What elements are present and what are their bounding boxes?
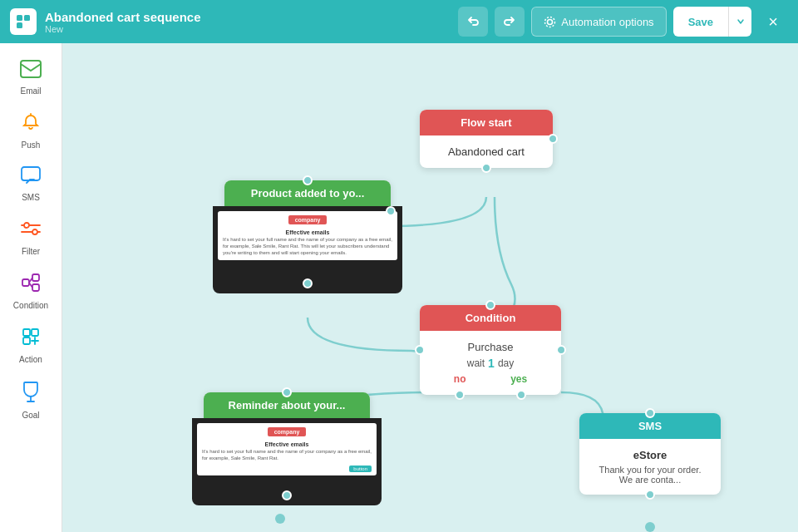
flow-start-node[interactable]: Flow start Abandoned cart xyxy=(420,110,553,168)
svg-point-28 xyxy=(645,522,655,532)
save-chevron-button[interactable] xyxy=(728,7,751,37)
condition-left-connector xyxy=(415,345,425,355)
sms-node[interactable]: SMS eStore Thank you for your order. We … xyxy=(579,413,721,495)
svg-rect-16 xyxy=(32,274,39,281)
svg-rect-2 xyxy=(17,22,22,28)
svg-rect-8 xyxy=(22,167,40,180)
sms-body: eStore Thank you for your order. We are … xyxy=(579,439,721,495)
save-button[interactable]: Save xyxy=(673,7,728,37)
sidebar-item-action[interactable]: Action xyxy=(4,320,57,371)
svg-rect-6 xyxy=(21,61,41,77)
sidebar-goal-label: Goal xyxy=(22,411,39,420)
redo-button[interactable] xyxy=(495,7,525,37)
close-button[interactable]: × xyxy=(758,7,788,37)
sms-top-connector xyxy=(645,408,655,418)
svg-rect-22 xyxy=(23,337,30,344)
svg-rect-0 xyxy=(17,15,22,21)
sidebar-push-label: Push xyxy=(22,140,41,150)
sidebar-item-push[interactable]: Push xyxy=(4,106,57,156)
sidebar-email-label: Email xyxy=(20,86,41,96)
sidebar-item-condition[interactable]: Condition xyxy=(4,266,57,317)
app-logo xyxy=(10,8,37,35)
flow-start-right-connector xyxy=(548,134,558,144)
reminder-bottom-connector xyxy=(282,490,292,500)
svg-rect-20 xyxy=(23,329,30,336)
flow-start-bottom-connector xyxy=(481,163,491,173)
sidebar-item-email[interactable]: Email xyxy=(4,53,57,102)
condition-yes-connector xyxy=(516,390,526,400)
email-reminder-brand: company xyxy=(268,427,307,436)
email-product-right-connector xyxy=(386,206,396,216)
sms-store: eStore xyxy=(591,449,709,461)
automation-options-button[interactable]: Automation options xyxy=(531,7,666,37)
canvas[interactable]: Flow start Abandoned cart Product added … xyxy=(62,43,798,532)
email-product-title: Effective emails xyxy=(223,229,392,235)
branch-yes: yes xyxy=(510,373,527,385)
flow-subtitle: New xyxy=(45,24,450,34)
sidebar-filter-label: Filter xyxy=(22,247,40,256)
sms-text: Thank you for your order. We are conta..… xyxy=(591,465,709,485)
email-product-node[interactable]: Product added to yo... company Effective… xyxy=(224,180,391,283)
svg-point-5 xyxy=(545,17,555,27)
condition-top-connector xyxy=(485,300,495,310)
condition-body: Purchase wait 1 day no yes xyxy=(420,331,561,395)
condition-icon xyxy=(21,273,41,298)
sidebar-sms-label: SMS xyxy=(22,193,40,202)
condition-purchase: Purchase xyxy=(431,341,549,353)
goal-icon xyxy=(22,381,40,407)
svg-rect-3 xyxy=(24,22,30,28)
condition-wait: wait 1 day xyxy=(431,357,549,370)
svg-rect-17 xyxy=(32,284,39,291)
email-reminder-title: Effective emails xyxy=(202,441,372,447)
wait-label: wait xyxy=(467,357,485,369)
sms-bottom-connector xyxy=(645,490,655,500)
svg-rect-21 xyxy=(32,329,38,336)
svg-rect-15 xyxy=(22,279,29,286)
save-group: Save xyxy=(673,7,751,37)
undo-button[interactable] xyxy=(458,7,488,37)
svg-point-10 xyxy=(32,229,37,234)
branch-no: no xyxy=(454,373,466,385)
header: Abandoned cart sequence New Automation o… xyxy=(0,0,798,43)
svg-point-4 xyxy=(548,19,553,24)
email-reminder-text: It's hard to set your full name and the … xyxy=(202,449,372,462)
condition-branches: no yes xyxy=(431,373,549,385)
email-product-inner: company Effective emails It's hard to se… xyxy=(218,211,397,260)
sidebar-item-filter[interactable]: Filter xyxy=(4,212,57,263)
email-reminder-node[interactable]: Reminder about your... company Effective… xyxy=(204,392,370,495)
email-reminder-inner: company Effective emails It's hard to se… xyxy=(197,423,377,475)
sidebar-condition-label: Condition xyxy=(13,301,48,310)
email-product-bottom-connector xyxy=(303,278,313,288)
sidebar-item-goal[interactable]: Goal xyxy=(4,374,57,426)
sidebar: Email Push SMS xyxy=(0,43,62,532)
title-block: Abandoned cart sequence New xyxy=(45,10,450,34)
flow-start-text: Abandoned cart xyxy=(448,145,525,158)
email-product-top-connector xyxy=(303,175,313,185)
sidebar-action-label: Action xyxy=(19,355,42,364)
automation-options-label: Automation options xyxy=(561,16,653,28)
condition-no-connector xyxy=(455,390,465,400)
svg-rect-1 xyxy=(24,15,30,21)
header-actions: Automation options Save × xyxy=(458,7,788,37)
sidebar-item-sms[interactable]: SMS xyxy=(4,160,57,209)
wait-unit: day xyxy=(498,357,514,369)
reminder-top-connector xyxy=(282,387,292,397)
push-icon xyxy=(21,112,41,137)
email-product-text: It's hard to set your full name and the … xyxy=(223,237,392,256)
svg-point-27 xyxy=(275,514,285,524)
email-icon xyxy=(20,60,42,83)
condition-right-connector xyxy=(556,345,566,355)
action-icon xyxy=(21,327,41,352)
filter-icon xyxy=(21,219,41,244)
flow-title: Abandoned cart sequence xyxy=(45,10,450,24)
wait-value: 1 xyxy=(488,357,495,370)
sms-icon xyxy=(21,166,41,190)
main-area: Email Push SMS xyxy=(0,43,798,532)
flow-start-header: Flow start xyxy=(420,110,553,135)
condition-node[interactable]: Condition Purchase wait 1 day no yes xyxy=(420,305,561,395)
email-product-brand: company xyxy=(288,215,328,224)
